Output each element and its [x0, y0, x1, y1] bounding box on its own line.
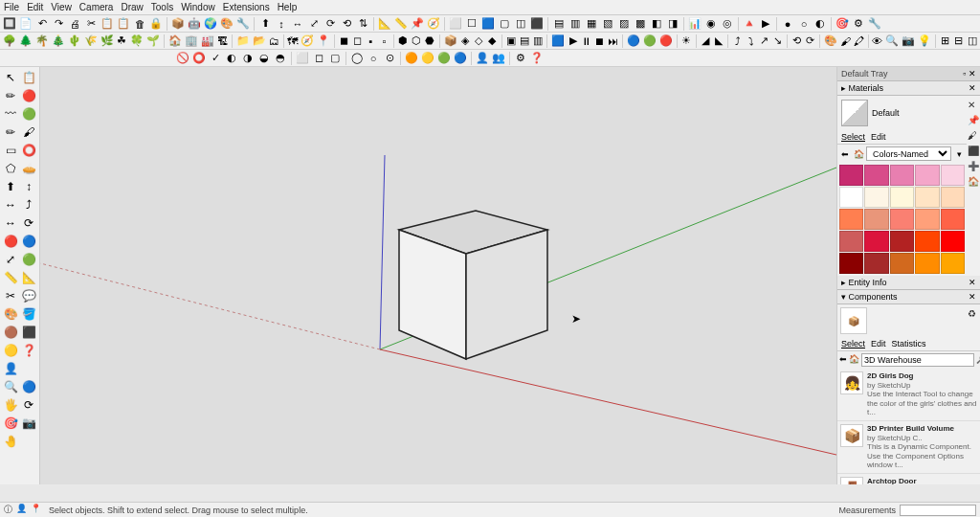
- close-icon[interactable]: ▫ ✕: [963, 69, 976, 79]
- tool-button[interactable]: 📷: [20, 415, 37, 432]
- toolbar-button[interactable]: 📏: [393, 16, 409, 32]
- home-icon[interactable]: 🏠: [853, 148, 864, 160]
- tool-button[interactable]: ✏: [2, 87, 19, 104]
- tool-button[interactable]: ⬆: [2, 178, 19, 195]
- toolbar-button[interactable]: 🔵: [453, 51, 468, 66]
- toolbar-button[interactable]: ◇: [473, 34, 485, 49]
- toolbar-button[interactable]: ⬆: [257, 16, 273, 32]
- toolbar-button[interactable]: ▧: [600, 16, 615, 32]
- color-swatch[interactable]: [915, 253, 939, 274]
- tool-button[interactable]: 🖌: [20, 124, 37, 141]
- toolbar-button[interactable]: 🟦: [480, 16, 496, 32]
- help-icon[interactable]: ⓘ: [4, 504, 12, 516]
- tool-button[interactable]: 📋: [20, 69, 37, 86]
- toolbar-button[interactable]: ▶: [758, 16, 773, 32]
- toolbar-button[interactable]: ◣: [712, 34, 724, 49]
- toolbar-button[interactable]: 🌴: [34, 34, 50, 49]
- tray-titlebar[interactable]: Default Tray ▫ ✕: [837, 67, 980, 81]
- toolbar-button[interactable]: ↔: [290, 16, 305, 32]
- toolbar-button[interactable]: 🌳: [2, 34, 17, 49]
- tool-button[interactable]: 🎯: [2, 415, 19, 432]
- toolbar-button[interactable]: ◐: [224, 51, 239, 66]
- color-swatch[interactable]: [890, 165, 914, 186]
- toolbar-button[interactable]: ▫: [378, 34, 390, 49]
- tool-button[interactable]: 🤚: [2, 433, 19, 450]
- toolbar-button[interactable]: ⤢: [306, 16, 322, 32]
- toolbar-button[interactable]: 🟦: [550, 34, 566, 49]
- color-swatch[interactable]: [915, 209, 939, 230]
- toolbar-button[interactable]: 🌍: [203, 16, 218, 32]
- side-icon[interactable]: ⬛: [968, 146, 979, 157]
- tool-button[interactable]: 🟢: [20, 251, 37, 268]
- color-swatch[interactable]: [839, 187, 863, 208]
- toolbar-button[interactable]: ☀: [680, 34, 693, 49]
- toolbar-button[interactable]: 🔧: [235, 16, 251, 32]
- tool-button[interactable]: ⟳: [20, 214, 37, 232]
- menu-help[interactable]: Help: [278, 2, 298, 12]
- toolbar-button[interactable]: ⬢: [397, 34, 410, 49]
- toolbar-button[interactable]: 👥: [491, 51, 506, 66]
- toolbar-button[interactable]: 📷: [901, 34, 916, 49]
- tool-button[interactable]: ↔: [2, 214, 19, 232]
- toolbar-button[interactable]: ❓: [529, 51, 545, 66]
- tool-button[interactable]: ❓: [20, 342, 37, 359]
- tool-button[interactable]: 🔴: [20, 87, 37, 104]
- color-swatch[interactable]: [839, 253, 863, 274]
- toolbar-button[interactable]: 🎨: [219, 16, 234, 32]
- color-swatch[interactable]: [890, 209, 914, 230]
- toolbar-button[interactable]: ⭕: [191, 51, 207, 66]
- tool-button[interactable]: 🟢: [20, 105, 37, 123]
- toolbar-button[interactable]: ◫: [513, 16, 528, 32]
- toolbar-button[interactable]: ⏹: [593, 34, 606, 49]
- toolbar-button[interactable]: 🖍: [853, 34, 865, 49]
- measurements-input[interactable]: [900, 505, 976, 516]
- tool-button[interactable]: ▭: [2, 142, 19, 159]
- tab-select[interactable]: Select: [841, 132, 865, 142]
- tool-button[interactable]: ⟳: [20, 396, 37, 414]
- toolbar-button[interactable]: 👁: [871, 34, 883, 49]
- toolbar-button[interactable]: ◨: [665, 16, 680, 32]
- color-swatch[interactable]: [941, 209, 965, 230]
- toolbar-button[interactable]: ▤: [518, 34, 530, 49]
- color-swatch[interactable]: [864, 209, 888, 230]
- toolbar-button[interactable]: 🎯: [835, 16, 850, 32]
- tool-button[interactable]: 🖐: [2, 396, 19, 414]
- toolbar-button[interactable]: ◢: [699, 34, 711, 49]
- toolbar-button[interactable]: 🏢: [184, 34, 199, 49]
- side-icon[interactable]: ➕: [968, 161, 979, 172]
- toolbar-button[interactable]: 🌱: [145, 34, 161, 49]
- tool-button[interactable]: 🥧: [20, 160, 37, 177]
- tool-button[interactable]: 🟤: [2, 324, 19, 341]
- tab-select[interactable]: Select: [841, 339, 865, 348]
- tool-button[interactable]: 🔴: [2, 233, 19, 250]
- color-swatch[interactable]: [941, 165, 965, 186]
- toolbar-button[interactable]: ⟲: [791, 34, 803, 49]
- toolbar-button[interactable]: 📂: [252, 34, 267, 49]
- entity-info-header[interactable]: ▸ Entity Info ✕: [837, 276, 980, 290]
- tool-button[interactable]: ⬠: [2, 160, 19, 177]
- toolbar-button[interactable]: 🔺: [742, 16, 757, 32]
- toolbar-button[interactable]: ◎: [720, 16, 735, 32]
- user-icon[interactable]: 👤: [16, 504, 27, 516]
- tool-button[interactable]: ✏: [2, 124, 19, 141]
- component-item[interactable]: 📦3D Printer Build Volumeby SketchUp C..T…: [837, 421, 980, 474]
- toolbar-button[interactable]: ↕: [274, 16, 289, 32]
- toolbar-button[interactable]: ◧: [649, 16, 664, 32]
- tool-button[interactable]: ↖: [2, 69, 19, 86]
- tool-button[interactable]: ✂: [2, 287, 19, 304]
- tool-button[interactable]: ↕: [20, 178, 37, 195]
- toolbar-button[interactable]: ▤: [551, 16, 567, 32]
- material-collection-select[interactable]: Colors-Named: [866, 146, 951, 161]
- toolbar-button[interactable]: ▦: [584, 16, 599, 32]
- color-swatch[interactable]: [915, 165, 939, 186]
- tab-edit[interactable]: Edit: [871, 339, 886, 348]
- toolbar-button[interactable]: 📌: [410, 16, 425, 32]
- geo-icon[interactable]: 📍: [31, 504, 41, 516]
- component-item[interactable]: 🚪Archtop Doorby SketchUpA scalable door …: [837, 474, 980, 484]
- toolbar-button[interactable]: 🌿: [100, 34, 115, 49]
- search-icon[interactable]: 🔎: [976, 353, 980, 365]
- toolbar-button[interactable]: ◈: [459, 34, 472, 49]
- toolbar-button[interactable]: ⇅: [355, 16, 370, 32]
- toolbar-button[interactable]: 🏠: [167, 34, 183, 49]
- toolbar-button[interactable]: 👤: [475, 51, 490, 66]
